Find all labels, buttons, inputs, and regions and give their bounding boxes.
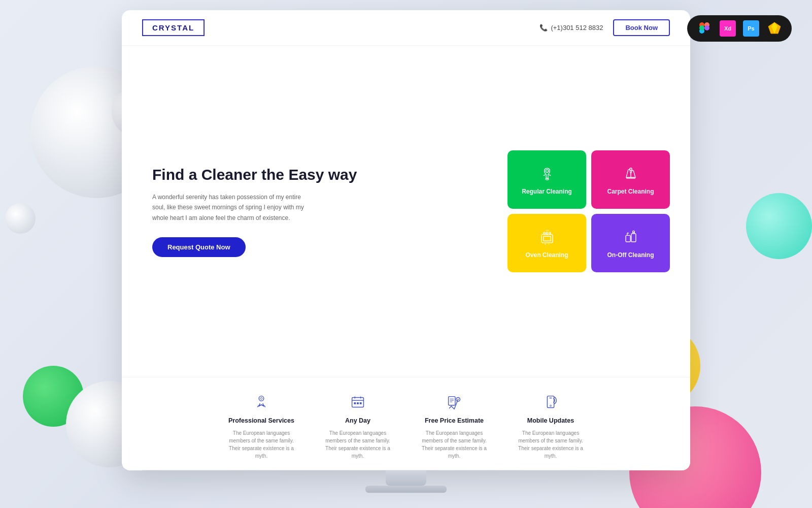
ps-label: Ps: [748, 25, 754, 31]
navbar: CRYSTAL 📞 (+1)301 512 8832 Book Now: [122, 10, 690, 46]
monitor-screen: CRYSTAL 📞 (+1)301 512 8832 Book Now Find…: [122, 10, 690, 470]
feature-mobile-desc: The European languages members of the sa…: [518, 429, 584, 460]
svg-rect-9: [631, 233, 635, 241]
onoff-cleaning-label: On-Off Cleaning: [607, 251, 654, 259]
svg-point-2: [629, 168, 632, 170]
monitor-stand: [386, 470, 426, 486]
hero-title: Find a Cleaner the Easy way: [152, 166, 487, 184]
figma-icon[interactable]: [696, 20, 713, 37]
sketch-icon[interactable]: [766, 20, 783, 37]
feature-price-desc: The European languages members of the sa…: [421, 429, 487, 460]
svg-point-6: [546, 232, 548, 234]
phone-icon: 📞: [539, 24, 548, 31]
monitor-wrapper: CRYSTAL 📞 (+1)301 512 8832 Book Now Find…: [122, 10, 690, 493]
feature-mobile-title: Mobile Updates: [527, 417, 574, 424]
regular-cleaning-icon: [538, 165, 556, 183]
svg-rect-24: [699, 25, 704, 30]
design-toolbar: Xd Ps: [687, 15, 792, 42]
svg-rect-16: [360, 402, 362, 404]
onoff-cleaning-icon: [622, 228, 640, 246]
feature-professional: Professional Services The European langu…: [228, 393, 294, 460]
deco-sphere-cyan: [746, 193, 812, 259]
feature-price: Free Price Estimate The European languag…: [421, 393, 487, 460]
svg-rect-0: [546, 178, 548, 180]
feature-price-title: Free Price Estimate: [425, 417, 484, 424]
svg-rect-18: [449, 397, 455, 405]
free-price-icon: [445, 393, 464, 412]
svg-point-11: [259, 396, 264, 401]
svg-point-5: [543, 232, 545, 234]
svg-rect-8: [626, 235, 630, 242]
deco-sphere-green: [23, 366, 84, 427]
xd-icon[interactable]: Xd: [720, 20, 736, 37]
feature-professional-desc: The European languages members of the sa…: [228, 429, 294, 460]
any-day-icon: [348, 393, 367, 412]
svg-point-10: [632, 231, 634, 233]
phone-area: 📞 (+1)301 512 8832: [539, 24, 603, 31]
carpet-cleaning-icon: [622, 165, 640, 183]
hero-left: Find a Cleaner the Easy way A wonderful …: [152, 166, 507, 257]
service-card-oven[interactable]: Oven Cleaning: [507, 214, 586, 272]
deco-sphere-white-tiny: [5, 203, 36, 234]
carpet-cleaning-label: Carpet Cleaning: [607, 188, 654, 195]
professional-services-icon: [252, 393, 271, 412]
svg-point-7: [549, 232, 551, 234]
feature-anyday-desc: The European languages members of the sa…: [325, 429, 391, 460]
feature-mobile: Mobile Updates The European languages me…: [518, 393, 584, 460]
nav-right: 📞 (+1)301 512 8832 Book Now: [539, 19, 670, 36]
hero-section: Find a Cleaner the Easy way A wonderful …: [122, 46, 690, 377]
book-now-button[interactable]: Book Now: [613, 19, 670, 36]
features-section: Professional Services The European langu…: [122, 377, 690, 470]
oven-cleaning-label: Oven Cleaning: [525, 251, 568, 259]
service-cards-grid: Regular Cleaning Carpet Cleaning: [507, 150, 670, 272]
service-card-regular[interactable]: Regular Cleaning: [507, 150, 586, 209]
brand-logo: CRYSTAL: [142, 19, 205, 36]
svg-rect-14: [354, 402, 356, 404]
feature-professional-title: Professional Services: [228, 417, 294, 424]
svg-point-20: [550, 405, 552, 406]
request-quote-button[interactable]: Request Quote Now: [152, 237, 246, 257]
svg-point-25: [704, 25, 709, 30]
hero-description: A wonderful serenity has taken possessio…: [152, 192, 304, 223]
monitor-base: [365, 486, 447, 493]
phone-number: (+1)301 512 8832: [551, 24, 603, 31]
feature-anyday-title: Any Day: [345, 417, 370, 424]
svg-point-12: [260, 398, 262, 400]
mobile-updates-icon: [541, 393, 560, 412]
service-card-carpet[interactable]: Carpet Cleaning: [591, 150, 670, 209]
regular-cleaning-label: Regular Cleaning: [522, 188, 572, 195]
xd-label: Xd: [724, 25, 731, 31]
oven-cleaning-icon: [538, 228, 556, 246]
svg-rect-4: [543, 236, 550, 241]
svg-point-1: [546, 169, 548, 172]
svg-rect-15: [357, 402, 359, 404]
feature-anyday: Any Day The European languages members o…: [325, 393, 391, 460]
ps-icon[interactable]: Ps: [743, 20, 759, 37]
service-card-onoff[interactable]: On-Off Cleaning: [591, 214, 670, 272]
